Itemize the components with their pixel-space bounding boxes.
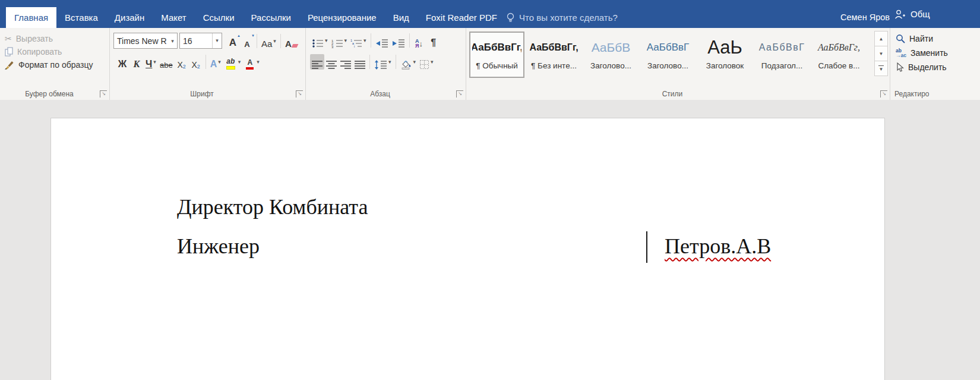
account-user-name[interactable]: Семен Яров <box>840 7 890 28</box>
more-bar <box>878 65 884 66</box>
tell-me-box[interactable]: Что вы хотите сделать? <box>506 7 618 28</box>
change-case-button[interactable]: Aa ▾ <box>260 33 278 49</box>
font-size-combo[interactable]: 16 ▾ <box>179 33 222 49</box>
styles-scroll-up-button[interactable]: ▲ <box>874 31 888 46</box>
cut-label: Вырезать <box>16 34 53 43</box>
tab-insert[interactable]: Вставка <box>56 7 106 28</box>
align-left-button[interactable] <box>310 54 324 70</box>
align-right-icon <box>340 60 351 70</box>
format-painter-icon <box>5 60 14 70</box>
font-color-button[interactable]: А ▾ <box>242 54 261 70</box>
style-label: Заголово... <box>586 61 636 70</box>
ribbon-tab-bar: Главная Вставка Дизайн Макет Ссылки Расс… <box>0 0 980 28</box>
ribbon: ✂ Вырезать Копировать Формат по образцу … <box>0 28 980 101</box>
font-color-bar <box>246 67 254 70</box>
doc-signature-text[interactable]: Петров.А.В <box>665 234 771 259</box>
subscript-number: 2 <box>183 64 186 70</box>
styles-dialog-launcher[interactable]: ↘ <box>880 90 887 98</box>
align-center-icon <box>326 60 337 70</box>
numbering-button[interactable]: 123 ▾ <box>330 33 349 48</box>
highlight-glyph: ab <box>226 58 235 65</box>
grow-font-glyph: А <box>229 37 236 49</box>
shrink-font-button[interactable]: А ▼ <box>240 33 254 49</box>
underline-dropdown-icon: ▾ <box>153 59 156 65</box>
eraser-icon <box>291 44 298 48</box>
document-page[interactable]: Директор Комбината Инженер Петров.А.В <box>50 118 885 380</box>
replace-button[interactable]: ab →ac Заменить <box>892 46 951 60</box>
font-dialog-launcher[interactable]: ↘ <box>296 90 303 98</box>
subscript-button[interactable]: X2 <box>175 54 189 70</box>
shading-button[interactable]: ▾ <box>399 54 418 70</box>
svg-text:i: i <box>354 45 355 48</box>
font-family-dropdown-icon: ▾ <box>168 38 177 44</box>
tab-layout[interactable]: Макет <box>153 7 194 28</box>
find-button[interactable]: Найти <box>892 32 951 46</box>
line-spacing-button[interactable]: ▾ <box>372 54 393 70</box>
text-effects-button[interactable]: А ▾ <box>208 54 223 70</box>
scroll-down-icon: ▼ <box>879 51 884 56</box>
group-clipboard: ✂ Вырезать Копировать Формат по образцу … <box>0 28 110 100</box>
style-title[interactable]: АаЬ Заголовок <box>697 32 753 78</box>
select-button[interactable]: Выделить <box>892 60 951 74</box>
style-preview: АаБбВвГг, <box>529 35 578 60</box>
paragraph-dialog-launcher[interactable]: ↘ <box>456 90 463 98</box>
clear-formatting-glyph: А <box>285 39 292 49</box>
tab-design[interactable]: Дизайн <box>106 7 153 28</box>
copy-button[interactable]: Копировать <box>1 45 97 58</box>
bold-button[interactable]: Ж <box>115 54 129 70</box>
tab-foxit-pdf[interactable]: Foxit Reader PDF <box>418 7 505 28</box>
decrease-indent-button[interactable] <box>374 33 390 48</box>
tab-review[interactable]: Рецензирование <box>299 7 385 28</box>
paint-bucket-icon <box>400 59 412 70</box>
styles-scroll-down-button[interactable]: ▼ <box>874 46 888 61</box>
doc-text-line-1[interactable]: Директор Комбината <box>177 194 368 219</box>
clear-formatting-button[interactable]: А <box>283 33 299 49</box>
strikethrough-button[interactable]: abe <box>158 54 175 70</box>
replace-label: Заменить <box>911 48 948 58</box>
style-no-spacing[interactable]: АаБбВвГг, ¶ Без инте... <box>526 32 581 78</box>
doc-text-line-2[interactable]: Инженер <box>177 234 260 259</box>
style-label: Заголовок <box>700 61 750 70</box>
replace-ac: →ac <box>896 53 906 58</box>
word-window: Главная Вставка Дизайн Макет Ссылки Расс… <box>0 0 980 380</box>
highlight-dropdown-icon: ▾ <box>238 59 241 65</box>
format-painter-label: Формат по образцу <box>18 60 93 70</box>
style-subtitle[interactable]: АаБбВвГ Подзагол... <box>754 32 810 78</box>
copy-icon <box>5 47 13 56</box>
show-paragraph-marks-button[interactable]: ¶ <box>426 33 441 48</box>
underline-button[interactable]: Ч ▾ <box>144 54 158 70</box>
justify-button[interactable] <box>353 54 367 70</box>
highlight-button[interactable]: ab ▾ <box>223 54 243 70</box>
tab-references[interactable]: Ссылки <box>195 7 243 28</box>
tab-mailings[interactable]: Рассылки <box>243 7 299 28</box>
share-button[interactable]: Общ <box>884 0 980 28</box>
format-painter-button[interactable]: Формат по образцу <box>1 58 97 71</box>
bullets-button[interactable]: ▾ <box>310 33 330 48</box>
search-icon <box>896 34 905 43</box>
cut-button[interactable]: ✂ Вырезать <box>1 32 97 45</box>
align-center-button[interactable] <box>324 54 339 70</box>
tab-view[interactable]: Вид <box>385 7 418 28</box>
change-case-glyph: Aa <box>261 39 272 49</box>
styles-gallery-more-button[interactable]: ▼ <box>874 61 888 76</box>
tab-home[interactable]: Главная <box>6 7 56 28</box>
multilevel-list-button[interactable]: 1ai ▾ <box>349 33 368 48</box>
grow-font-button[interactable]: А ▲ <box>226 33 240 49</box>
superscript-button[interactable]: X2 <box>189 54 203 70</box>
bullets-icon <box>312 39 324 48</box>
sort-button[interactable]: А Я ↓ <box>412 33 426 48</box>
style-heading2[interactable]: АаБбВвГ Заголово... <box>640 32 696 78</box>
style-normal[interactable]: АаБбВвГг, ¶ Обычный <box>469 32 524 78</box>
font-family-combo[interactable]: Times New R ▾ <box>113 33 178 49</box>
style-heading1[interactable]: АаБбВ Заголово... <box>583 32 638 78</box>
align-right-button[interactable] <box>339 54 353 70</box>
clipboard-dialog-launcher[interactable]: ↘ <box>100 90 107 98</box>
style-label: ¶ Обычный <box>472 61 521 70</box>
style-subtle-emphasis[interactable]: АаБбВвГг, Слабое в... <box>811 32 867 78</box>
borders-button[interactable]: ▾ <box>418 54 435 70</box>
italic-button[interactable]: К <box>129 54 144 70</box>
increase-indent-button[interactable] <box>390 33 407 48</box>
shrink-font-glyph: А <box>244 40 249 49</box>
shrink-font-caret-icon: ▼ <box>251 34 255 37</box>
group-editing: Найти ab →ac Заменить Выделить Редактиро <box>890 28 980 100</box>
